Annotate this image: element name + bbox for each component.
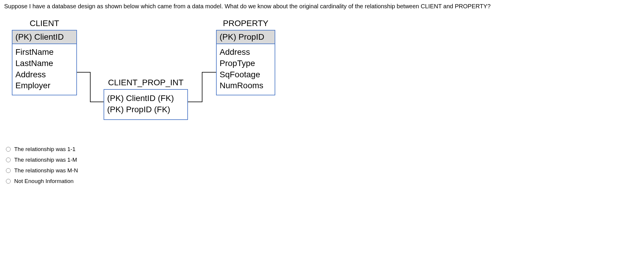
attr-address: Address xyxy=(15,69,73,80)
attr-clientid-fk: (PK) ClientID (FK) xyxy=(107,93,184,104)
attr-address2: Address xyxy=(220,46,272,58)
connector-prop-h2 xyxy=(188,102,202,102)
option-label: The relationship was 1-M xyxy=(14,157,77,163)
entity-client-attrs: FirstName LastName Address Employer xyxy=(12,44,76,95)
entity-property-pk: (PK) PropID xyxy=(217,31,275,44)
attr-proptype: PropType xyxy=(220,58,272,69)
entity-junction-box: (PK) ClientID (FK) (PK) PropID (FK) xyxy=(104,89,188,120)
option-m-n[interactable]: The relationship was M-N xyxy=(6,167,641,174)
radio-icon[interactable] xyxy=(6,158,11,162)
option-1-1[interactable]: The relationship was 1-1 xyxy=(6,146,641,153)
attr-employer: Employer xyxy=(15,80,73,91)
attr-firstname: FirstName xyxy=(15,46,73,58)
radio-icon[interactable] xyxy=(6,147,11,152)
option-1-m[interactable]: The relationship was 1-M xyxy=(6,157,641,163)
radio-icon[interactable] xyxy=(6,179,11,184)
radio-icon[interactable] xyxy=(6,168,11,173)
connector-prop-h1 xyxy=(202,72,216,73)
connector-client-v xyxy=(90,72,91,102)
attr-numrooms: NumRooms xyxy=(220,80,272,91)
entity-property-attrs: Address PropType SqFootage NumRooms xyxy=(217,44,275,95)
entity-client: CLIENT (PK) ClientID FirstName LastName … xyxy=(12,19,77,95)
entity-property-title: PROPERTY xyxy=(216,19,275,28)
question-text: Suppose I have a database design as show… xyxy=(4,3,641,10)
entity-junction: CLIENT_PROP_INT (PK) ClientID (FK) (PK) … xyxy=(104,78,188,120)
answer-options: The relationship was 1-1 The relationshi… xyxy=(6,146,641,184)
option-label: The relationship was M-N xyxy=(14,167,78,174)
connector-client-h1 xyxy=(77,72,91,73)
entity-property: PROPERTY (PK) PropID Address PropType Sq… xyxy=(216,19,275,95)
entity-client-pk: (PK) ClientID xyxy=(12,31,76,44)
entity-client-box: (PK) ClientID FirstName LastName Address… xyxy=(12,30,77,95)
option-not-enough[interactable]: Not Enough Information xyxy=(6,178,641,184)
entity-property-box: (PK) PropID Address PropType SqFootage N… xyxy=(216,30,275,95)
connector-prop-v xyxy=(202,72,202,102)
entity-junction-title: CLIENT_PROP_INT xyxy=(104,78,188,87)
attr-propid-fk: (PK) PropID (FK) xyxy=(107,104,184,115)
erd-diagram: CLIENT (PK) ClientID FirstName LastName … xyxy=(9,19,641,137)
option-label: The relationship was 1-1 xyxy=(14,146,75,153)
option-label: Not Enough Information xyxy=(14,178,74,184)
entity-junction-attrs: (PK) ClientID (FK) (PK) PropID (FK) xyxy=(104,90,187,119)
attr-lastname: LastName xyxy=(15,58,73,69)
attr-sqfootage: SqFootage xyxy=(220,69,272,80)
entity-client-title: CLIENT xyxy=(12,19,77,28)
connector-client-h2 xyxy=(90,102,104,102)
